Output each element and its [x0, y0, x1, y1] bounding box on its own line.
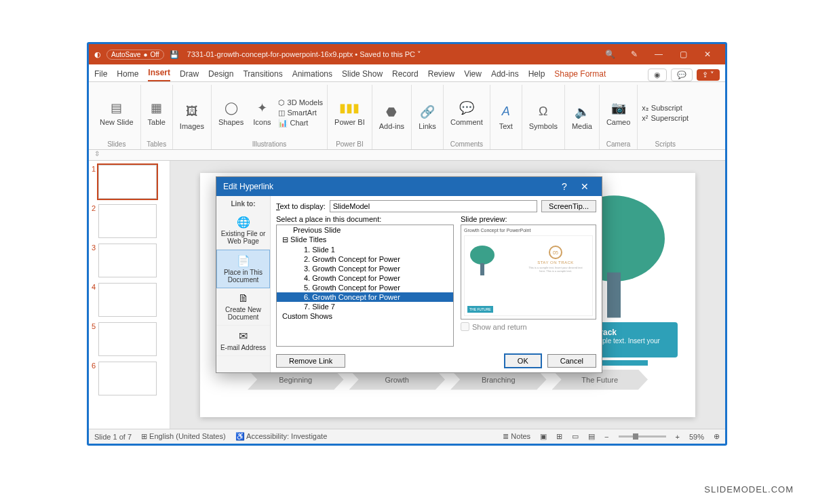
images-button[interactable]: 🖼Images — [177, 102, 207, 132]
tab-file[interactable]: File — [94, 66, 107, 81]
dialog-help-icon[interactable]: ? — [554, 181, 575, 192]
tree-node[interactable]: ⊟ Slide Titles — [277, 235, 453, 245]
tree-node[interactable]: Previous Slide — [277, 225, 453, 235]
remove-link-button[interactable]: Remove Link — [276, 354, 345, 368]
tree-node[interactable]: 1. Slide 1 — [277, 245, 453, 254]
notes-toggle[interactable]: ≣ Notes — [503, 432, 530, 441]
cancel-button[interactable]: Cancel — [547, 354, 596, 368]
tab-record[interactable]: Record — [392, 66, 419, 81]
text-button[interactable]: AText — [495, 102, 518, 132]
view-sorter-icon[interactable]: ⊞ — [556, 432, 562, 441]
linkto-place-in-doc[interactable]: 📄Place in This Document — [216, 250, 270, 288]
view-normal-icon[interactable]: ▣ — [540, 432, 547, 441]
chart-button[interactable]: 📊 Chart — [278, 119, 309, 128]
icons-button[interactable]: ✦Icons — [250, 98, 273, 128]
tree-node[interactable]: Custom Shows — [277, 311, 453, 321]
tab-insert[interactable]: Insert — [148, 65, 170, 81]
symbols-button[interactable]: ΩSymbols — [526, 102, 560, 132]
tree-node[interactable]: 7. Slide 7 — [277, 302, 453, 311]
shapes-button[interactable]: ◯Shapes — [216, 98, 246, 128]
addins-button[interactable]: ⬣Add-ins — [376, 102, 407, 132]
tab-draw[interactable]: Draw — [180, 66, 199, 81]
view-reading-icon[interactable]: ▭ — [572, 432, 579, 441]
tab-help[interactable]: Help — [528, 66, 545, 81]
comment-button[interactable]: 💬Comment — [448, 98, 486, 128]
share-button[interactable]: ⇪ ˅ — [697, 69, 720, 81]
zoom-in-icon[interactable]: + — [676, 433, 680, 441]
preview-label: Slide preview: — [461, 215, 596, 223]
cameo-button[interactable]: 📷Cameo — [604, 98, 633, 128]
view-slideshow-icon[interactable]: ▤ — [588, 432, 595, 441]
text-to-display-label: TText to display:ext to display: — [276, 202, 326, 210]
status-lang[interactable]: ⊞ English (United States) — [141, 432, 226, 441]
table-button[interactable]: ▦Table — [145, 98, 168, 128]
tab-slideshow[interactable]: Slide Show — [342, 66, 383, 81]
slide-thumbnail[interactable] — [98, 165, 157, 199]
ok-button[interactable]: OK — [504, 353, 542, 368]
new-slide-button[interactable]: ▤New Slide — [97, 98, 136, 128]
status-accessibility[interactable]: ♿ Accessibility: Investigate — [235, 432, 328, 441]
tab-home[interactable]: Home — [117, 66, 138, 81]
comments-pane-icon[interactable]: 💬 — [671, 69, 693, 81]
close-icon[interactable]: ✕ — [695, 50, 720, 59]
autosave-toggle[interactable]: AutoSave ● Off — [106, 50, 164, 60]
slide-thumbnail[interactable] — [98, 204, 157, 238]
zoom-slider[interactable] — [619, 435, 666, 438]
save-icon[interactable]: 💾 — [170, 50, 179, 59]
tree-node[interactable]: 3. Growth Concept for Power — [277, 264, 453, 273]
show-and-return-checkbox[interactable]: Show and return — [461, 319, 596, 331]
links-button[interactable]: 🔗Links — [416, 102, 439, 132]
group-tables: Tables — [147, 140, 166, 149]
record-indicator-icon[interactable]: ◉ — [648, 69, 667, 81]
tab-shape-format[interactable]: Shape Format — [554, 66, 606, 81]
screentip-button[interactable]: ScreenTip... — [541, 200, 596, 212]
slide-thumbnail[interactable] — [98, 283, 157, 317]
smartart-button[interactable]: ◫ SmartArt — [278, 109, 317, 117]
slide-thumbnail[interactable] — [98, 322, 157, 356]
3dmodels-button[interactable]: ⬡ 3D Models — [278, 98, 324, 107]
comment-icon: 💬 — [458, 99, 476, 117]
superscript-button[interactable]: x² Superscript — [642, 114, 689, 122]
tree-node[interactable]: 2. Growth Concept for Power — [277, 254, 453, 264]
tree-node-selected[interactable]: 6. Growth Concept for Power — [277, 292, 453, 302]
text-to-display-input[interactable] — [330, 200, 537, 212]
minimize-icon[interactable]: — — [646, 50, 671, 59]
watermark: SLIDEMODEL.COM — [704, 484, 794, 495]
icons-icon: ✦ — [253, 99, 271, 117]
tab-design[interactable]: Design — [208, 66, 233, 81]
slide-thumbnail[interactable] — [98, 244, 157, 277]
tab-view[interactable]: View — [464, 66, 482, 81]
place-tree[interactable]: Previous Slide ⊟ Slide Titles 1. Slide 1… — [276, 225, 454, 347]
text-icon: A — [497, 103, 515, 121]
document-title[interactable]: 7331-01-growth-concept-for-powerpoint-16… — [187, 50, 422, 59]
tab-review[interactable]: Review — [428, 66, 454, 81]
fit-to-window-icon[interactable]: ⊕ — [714, 432, 720, 441]
ribbon-collapse-bar[interactable]: ⇳ — [89, 150, 725, 161]
dialog-titlebar[interactable]: Edit Hyperlink ? ✕ — [216, 177, 602, 196]
tab-transitions[interactable]: Transitions — [243, 66, 282, 81]
tab-animations[interactable]: Animations — [292, 66, 332, 81]
preview-future-badge: THE FUTURE — [467, 306, 493, 313]
tab-addins[interactable]: Add-ins — [491, 66, 519, 81]
new-document-icon: 🗎 — [238, 292, 249, 305]
zoom-out-icon[interactable]: − — [604, 433, 608, 441]
slide-thumbnail[interactable] — [98, 362, 157, 395]
tree-node[interactable]: 4. Growth Concept for Power — [277, 273, 453, 283]
maximize-icon[interactable]: ▢ — [671, 50, 695, 59]
tree-node[interactable]: 5. Growth Concept for Power — [277, 283, 453, 292]
search-icon[interactable]: 🔍 — [598, 50, 622, 59]
linkto-create-new[interactable]: 🗎Create New Document — [216, 288, 270, 326]
status-slide[interactable]: Slide 1 of 7 — [94, 433, 132, 441]
group-camera: Camera — [606, 140, 631, 149]
slide-thumbnail-panel[interactable]: 1 2 3 4 5 6 — [89, 161, 170, 429]
pen-icon[interactable]: ✎ — [622, 50, 646, 59]
media-button[interactable]: 🔈Media — [569, 102, 595, 132]
chart-icon: 📊 — [278, 119, 288, 128]
dialog-close-icon[interactable]: ✕ — [575, 181, 595, 192]
media-icon: 🔈 — [573, 103, 591, 121]
zoom-percent[interactable]: 59% — [689, 433, 704, 441]
linkto-existing-file[interactable]: 🌐Existing File or Web Page — [216, 212, 270, 250]
subscript-button[interactable]: x₂ Subscript — [642, 104, 682, 113]
powerbi-button[interactable]: ▮▮▮Power BI — [332, 98, 368, 128]
linkto-email[interactable]: ✉E-mail Address — [216, 326, 270, 356]
